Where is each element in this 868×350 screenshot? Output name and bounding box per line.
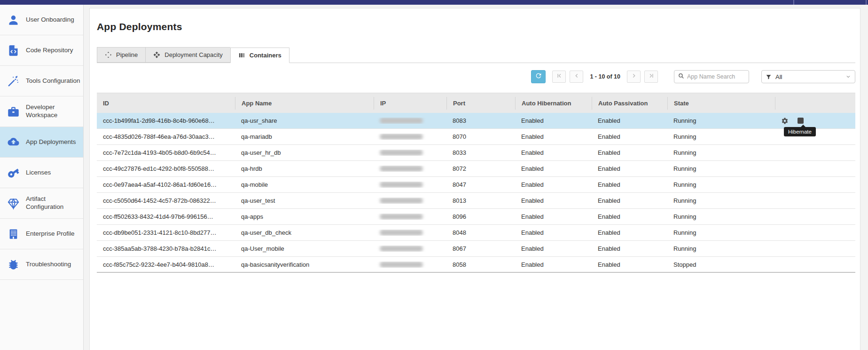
hibernate-square-icon[interactable] [798,118,804,124]
cell-auto-passivation: Enabled [592,261,667,268]
cell-ip-redacted [374,214,446,220]
tab-label: Pipeline [116,51,138,58]
tab-label: Deployment Capacity [164,51,223,58]
cell-id: ccc-f85c75c2-9232-4ee7-b404-9810a8… [97,261,235,268]
gear-icon[interactable] [781,117,789,125]
main-area: App Deployments PipelineDeployment Capac… [84,5,868,350]
previous-page-button[interactable] [570,71,583,83]
cell-auto-passivation: Enabled [592,149,667,156]
cell-id: ccc-4835d026-788f-46ea-a76d-30aac3… [97,133,235,140]
cell-app-name: qa-user_test [235,197,374,204]
cell-port: 8047 [446,181,515,188]
cell-auto-passivation: Enabled [592,133,667,140]
sidebar-item-label: Tools Configuration [26,77,80,85]
cell-auto-hibernation: Enabled [515,197,592,204]
search-input[interactable] [687,73,746,80]
deployment-capacity-icon [153,51,160,58]
tab-label: Containers [250,52,282,59]
cell-state: Running [667,197,775,204]
sidebar: User OnboardingCode RepositoryTools Conf… [0,5,84,350]
sidebar-item-label: Code Repository [26,47,73,55]
cell-auto-hibernation: Enabled [515,133,592,140]
cell-auto-hibernation: Enabled [515,149,592,156]
cell-port: 8072 [446,165,515,172]
sidebar-item-artifact-configuration[interactable]: Artifact Configuration [0,188,83,219]
cell-ip-redacted [374,166,446,172]
filter-selected-value: All [775,73,845,80]
column-header-id: ID [97,97,235,110]
page-title: App Deployments [97,21,860,32]
cell-id: ccc-7e72c1da-4193-4b05-b8d0-6b9c54… [97,149,235,156]
column-header-actions [775,97,855,110]
column-header-auto-passivation: Auto Passivation [592,97,667,110]
sidebar-item-licenses[interactable]: Licenses [0,158,83,188]
table-row[interactable]: ccc-db9be051-2331-4121-8c10-8bd277…qa-us… [97,225,855,241]
row-actions [775,257,855,272]
app-deployments-icon [7,136,20,149]
sidebar-item-app-deployments[interactable]: App Deployments [0,127,83,158]
cell-ip-redacted [374,182,446,188]
row-actions [775,241,855,256]
cell-ip-redacted [374,230,446,236]
sidebar-item-user-onboarding[interactable]: User Onboarding [0,5,83,35]
sidebar-item-enterprise-profile[interactable]: Enterprise Profile [0,219,83,249]
row-actions [775,193,855,208]
cell-auto-passivation: Enabled [592,229,667,236]
cell-auto-passivation: Enabled [592,181,667,188]
table-row[interactable]: ccc-c5050d64-1452-4c57-872b-086322…qa-us… [97,193,855,209]
column-header-app-name: App Name [235,97,374,110]
cell-state: Running [667,149,775,156]
cell-port: 8058 [446,261,515,268]
first-page-button[interactable] [552,71,566,83]
cell-ip-redacted [374,198,446,204]
cell-state: Running [667,229,775,236]
containers-icon [238,52,245,59]
table-row[interactable]: ccc-385aa5ab-3788-4230-b78a-b2841c…qa-Us… [97,241,855,257]
sidebar-item-label: Enterprise Profile [26,230,75,238]
cell-auto-hibernation: Enabled [515,165,592,172]
tab-pipeline[interactable]: Pipeline [97,47,145,63]
cell-auto-hibernation: Enabled [515,181,592,188]
sidebar-item-troubleshooting[interactable]: Troubleshooting [0,249,83,280]
sidebar-item-label: User Onboarding [26,16,74,24]
licenses-icon [7,167,20,179]
row-actions [775,145,855,160]
chevron-left-icon [573,72,580,81]
troubleshooting-icon [7,258,20,271]
state-filter-dropdown[interactable]: All [761,70,855,83]
tab-containers[interactable]: Containers [230,48,289,63]
hibernate-tooltip: Hibernate [784,127,816,136]
cell-ip-redacted [374,134,446,140]
table-row[interactable]: ccc-0e97aea4-a5af-4102-86a1-fd60e16…qa-m… [97,177,855,193]
top-navigation-bar [0,0,868,5]
cell-auto-passivation: Enabled [592,213,667,220]
sidebar-item-developer-workspace[interactable]: Developer Workspace [0,96,83,127]
next-page-button[interactable] [627,71,641,83]
pipeline-icon [105,51,112,58]
last-page-button[interactable] [644,71,658,83]
chevron-right-icon [631,72,637,81]
table-row[interactable]: ccc-49c27876-ed1c-4292-b0f8-550588…qa-hr… [97,161,855,177]
sidebar-item-code-repository[interactable]: Code Repository [0,35,83,66]
table-row[interactable]: ccc-7e72c1da-4193-4b05-b8d0-6b9c54…qa-us… [97,145,855,161]
tooltip-label: Hibernate [788,129,812,135]
cell-id: ccc-49c27876-ed1c-4292-b0f8-550588… [97,165,235,172]
tools-configuration-icon [7,75,20,88]
cell-auto-hibernation: Enabled [515,213,592,220]
table-toolbar: 1 - 10 of 10 All [97,70,855,83]
cell-ip-redacted [374,246,446,252]
table-row[interactable]: ccc-1b499fa1-2d98-416b-8c4b-960e68…qa-us… [97,113,855,129]
refresh-button[interactable] [531,70,546,83]
tab-deployment-capacity[interactable]: Deployment Capacity [145,47,230,63]
last-page-icon [648,72,655,81]
user-onboarding-icon [7,14,20,26]
table-row[interactable]: ccc-f85c75c2-9232-4ee7-b404-9810a8…qa-ba… [97,257,855,273]
table-row[interactable]: ccc-4835d026-788f-46ea-a76d-30aac3…qa-ma… [97,129,855,145]
enterprise-profile-icon [7,228,20,240]
redacted-ip-value [380,246,423,252]
cell-id: ccc-ff502633-8432-41d4-97b6-996156… [97,213,235,220]
cell-state: Running [667,133,775,140]
chevron-down-icon [845,74,851,80]
sidebar-item-tools-configuration[interactable]: Tools Configuration [0,66,83,96]
table-row[interactable]: ccc-ff502633-8432-41d4-97b6-996156…qa-ap… [97,209,855,225]
